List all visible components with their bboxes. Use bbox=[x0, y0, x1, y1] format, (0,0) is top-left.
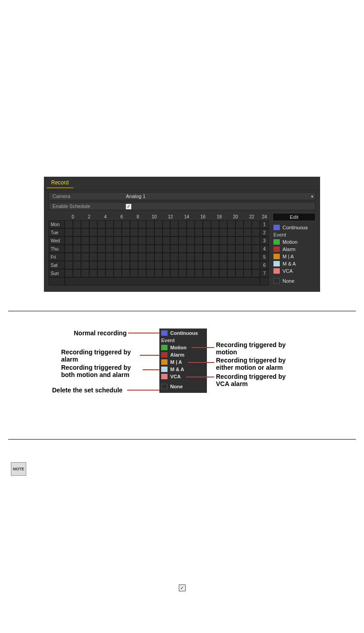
footer-checkbox-row: ✓ bbox=[0, 585, 364, 591]
connector-line bbox=[192, 347, 214, 348]
legend-none[interactable]: None bbox=[273, 277, 316, 285]
legend-label: Motion bbox=[283, 239, 297, 245]
horizontal-rule bbox=[8, 311, 356, 311]
legend-label: Continuous bbox=[170, 330, 198, 336]
annotated-legend: Continuous Event Motion Alarm M | A M & … bbox=[159, 329, 207, 393]
row-number: 1 bbox=[260, 220, 269, 228]
manda-swatch-icon bbox=[161, 367, 168, 372]
hour-label: 24 bbox=[260, 214, 269, 219]
anno-alarm: Recording triggered by alarm bbox=[61, 348, 140, 363]
day-row[interactable]: Tue 2 bbox=[48, 228, 269, 237]
connector-line bbox=[140, 355, 160, 356]
record-panel: Record Camera Analog 1 ▾ Enable Schedule… bbox=[44, 177, 320, 292]
legend-none: None bbox=[159, 383, 207, 390]
hour-label: 18 bbox=[211, 214, 227, 219]
footer-checkbox[interactable]: ✓ bbox=[179, 585, 186, 591]
legend-event-header: Event bbox=[159, 337, 207, 344]
motion-swatch-icon bbox=[161, 345, 168, 350]
day-name: Thu bbox=[48, 245, 65, 253]
legend-continuous: Continuous bbox=[159, 329, 207, 337]
none-swatch-icon bbox=[273, 278, 280, 284]
hour-label: 16 bbox=[195, 214, 211, 219]
legend-label: Alarm bbox=[283, 246, 296, 252]
legend-label: M & A bbox=[283, 261, 296, 266]
note-block: NOTE bbox=[11, 462, 364, 476]
legend-alarm: Alarm bbox=[159, 351, 207, 358]
legend-label: VCA bbox=[170, 374, 181, 379]
row-number: 4 bbox=[260, 245, 269, 253]
legend-label: Alarm bbox=[170, 352, 184, 358]
legend-label: None bbox=[170, 384, 183, 389]
hour-label: 2 bbox=[81, 214, 97, 219]
day-row[interactable]: Sun 7 bbox=[48, 269, 269, 277]
motion-swatch-icon bbox=[273, 239, 280, 245]
manda-swatch-icon bbox=[273, 261, 280, 266]
day-row[interactable]: Mon 1 bbox=[48, 220, 269, 228]
continuous-swatch-icon bbox=[161, 330, 168, 336]
enable-schedule-value: ✓ bbox=[126, 203, 315, 209]
continuous-swatch-icon bbox=[273, 225, 280, 230]
legend-continuous[interactable]: Continuous bbox=[273, 224, 316, 231]
hour-label: 14 bbox=[178, 214, 195, 219]
grid-footer bbox=[48, 277, 269, 285]
chevron-down-icon[interactable]: ▾ bbox=[309, 194, 315, 199]
legend-vca[interactable]: VCA bbox=[273, 267, 316, 275]
anno-normal: Normal recording bbox=[74, 329, 127, 337]
row-number: 3 bbox=[260, 237, 269, 245]
legend-label: M | A bbox=[283, 254, 294, 259]
connector-line bbox=[128, 333, 160, 333]
edit-button[interactable]: Edit bbox=[273, 213, 316, 221]
camera-field[interactable]: Camera Analog 1 ▾ bbox=[48, 192, 316, 200]
legend-event-header: Event bbox=[273, 231, 316, 238]
hour-label: 4 bbox=[97, 214, 114, 219]
hour-label: 10 bbox=[146, 214, 163, 219]
day-name: Sat bbox=[48, 261, 65, 269]
legend-label: VCA bbox=[283, 268, 293, 274]
connector-line bbox=[143, 369, 160, 370]
schedule-grid[interactable]: 0 2 4 6 8 10 12 14 16 18 20 22 24 Mon 1 bbox=[48, 213, 269, 285]
horizontal-rule bbox=[8, 439, 356, 440]
note-icon: NOTE bbox=[11, 462, 26, 476]
row-number: 5 bbox=[260, 253, 269, 261]
mora-swatch-icon bbox=[273, 254, 280, 259]
legend-column: Edit Continuous Event Motion Alarm M | A… bbox=[273, 213, 316, 285]
legend-manda[interactable]: M & A bbox=[273, 260, 316, 267]
legend-alarm[interactable]: Alarm bbox=[273, 246, 316, 253]
legend-mora[interactable]: M | A bbox=[273, 253, 316, 260]
camera-label: Camera bbox=[49, 193, 126, 199]
anno-manda: Recording triggered by both motion and a… bbox=[61, 364, 143, 378]
hour-label: 22 bbox=[244, 214, 260, 219]
day-row[interactable]: Sat 6 bbox=[48, 261, 269, 269]
legend-label: M | A bbox=[170, 359, 182, 365]
vca-swatch-icon bbox=[161, 374, 168, 379]
anno-mora: Recording triggered by either motion or … bbox=[216, 357, 297, 371]
legend-label: Continuous bbox=[283, 225, 308, 230]
row-number: 2 bbox=[260, 228, 269, 237]
enable-schedule-checkbox[interactable]: ✓ bbox=[126, 204, 131, 209]
camera-value: Analog 1 bbox=[126, 193, 309, 199]
hours-header: 0 2 4 6 8 10 12 14 16 18 20 22 24 bbox=[48, 213, 269, 220]
vca-swatch-icon bbox=[273, 268, 280, 274]
connector-line bbox=[188, 362, 214, 363]
legend-label: None bbox=[283, 278, 294, 284]
anno-delete: Delete the set schedule bbox=[52, 387, 123, 394]
hour-label: 0 bbox=[65, 214, 81, 219]
mora-swatch-icon bbox=[161, 359, 168, 365]
hour-label: 20 bbox=[227, 214, 244, 219]
panel-body: 0 2 4 6 8 10 12 14 16 18 20 22 24 Mon 1 bbox=[44, 210, 320, 285]
anno-motion: Recording triggered by motion bbox=[216, 341, 293, 356]
day-name: Tue bbox=[48, 228, 65, 237]
connector-line bbox=[127, 390, 160, 391]
hour-label: 8 bbox=[130, 214, 146, 219]
day-row[interactable]: Thu 4 bbox=[48, 245, 269, 253]
day-row[interactable]: Wed 3 bbox=[48, 237, 269, 245]
day-row[interactable]: Fri 5 bbox=[48, 253, 269, 261]
legend-label: Motion bbox=[170, 345, 187, 350]
row-number: 6 bbox=[260, 261, 269, 269]
day-name: Sun bbox=[48, 269, 65, 277]
alarm-swatch-icon bbox=[273, 246, 280, 252]
day-name: Wed bbox=[48, 237, 65, 245]
enable-schedule-field: Enable Schedule ✓ bbox=[48, 202, 316, 210]
record-title-row: Record bbox=[44, 177, 320, 190]
legend-motion[interactable]: Motion bbox=[273, 238, 316, 246]
